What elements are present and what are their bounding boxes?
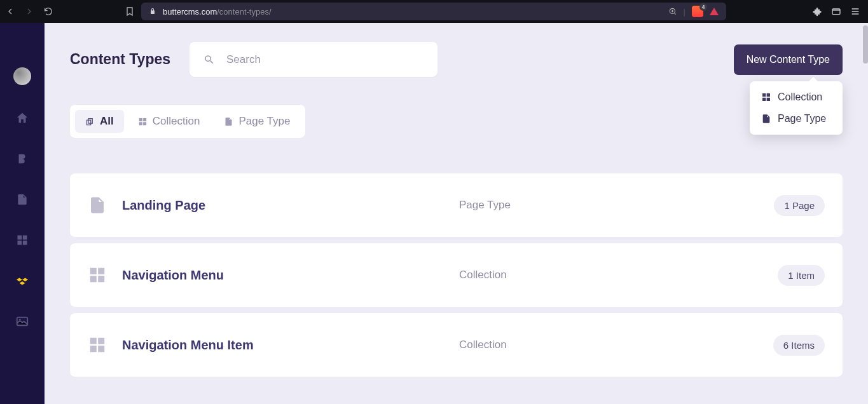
- item-badge: 1 Page: [774, 195, 825, 216]
- menu-icon[interactable]: [850, 6, 860, 17]
- nav-pages-icon[interactable]: [15, 192, 30, 207]
- item-kind: Collection: [459, 269, 778, 281]
- filter-tab-all[interactable]: All: [75, 110, 124, 133]
- item-title: Landing Page: [122, 198, 459, 213]
- nav-blog-icon[interactable]: [15, 151, 30, 166]
- filter-label: Page Type: [238, 115, 290, 128]
- new-content-type-button[interactable]: New Content Type: [734, 44, 843, 75]
- nav-content-types-icon[interactable]: [15, 273, 30, 288]
- filter-tab-collection[interactable]: Collection: [128, 110, 210, 133]
- app-root: Content Types New Content Type Collectio…: [0, 23, 868, 404]
- browser-chrome: buttercms.com/content-types/ | 4: [0, 0, 868, 23]
- back-icon[interactable]: [5, 6, 15, 17]
- item-kind: Collection: [459, 339, 773, 351]
- forward-icon[interactable]: [24, 6, 34, 17]
- zoom-icon[interactable]: [668, 7, 677, 16]
- search-icon: [203, 54, 215, 65]
- page-icon: [88, 196, 107, 215]
- scrollbar[interactable]: [863, 23, 868, 404]
- svg-point-3: [19, 319, 21, 321]
- dropdown-item-collection[interactable]: Collection: [750, 86, 843, 108]
- dropdown-label: Page Type: [778, 113, 826, 125]
- url-path: /content-types/: [217, 7, 271, 17]
- shield-count: 4: [699, 3, 707, 11]
- content-types-list: Landing Page Page Type 1 Page Navigation…: [70, 173, 843, 377]
- url-bar[interactable]: buttercms.com/content-types/ | 4: [141, 3, 726, 20]
- sidebar: [0, 23, 45, 404]
- avatar[interactable]: [13, 67, 31, 85]
- wallet-icon[interactable]: [831, 6, 841, 17]
- shield-icon[interactable]: 4: [692, 6, 703, 17]
- lock-icon: [149, 8, 156, 15]
- list-item[interactable]: Landing Page Page Type 1 Page: [70, 173, 843, 237]
- list-item[interactable]: Navigation Menu Item Collection 6 Items: [70, 313, 843, 377]
- nav-media-icon[interactable]: [15, 314, 30, 329]
- page-icon: [761, 114, 771, 124]
- page-icon: [224, 117, 233, 126]
- item-title: Navigation Menu Item: [122, 338, 459, 353]
- page-title: Content Types: [70, 51, 170, 68]
- extensions-icon[interactable]: [812, 6, 822, 17]
- svg-rect-1: [832, 9, 840, 15]
- grid-icon: [88, 335, 107, 354]
- main-content: Content Types New Content Type Collectio…: [45, 23, 868, 404]
- search-input[interactable]: [226, 53, 424, 66]
- nav-home-icon[interactable]: [15, 111, 30, 126]
- item-badge: 6 Items: [773, 335, 825, 356]
- grid-icon: [761, 92, 771, 102]
- scroll-thumb[interactable]: [863, 25, 868, 64]
- list-item[interactable]: Navigation Menu Collection 1 Item: [70, 243, 843, 307]
- filter-label: Collection: [153, 115, 200, 128]
- copy-icon: [85, 117, 95, 126]
- filter-label: All: [100, 115, 114, 128]
- brave-icon[interactable]: [710, 8, 719, 15]
- url-domain: buttercms.com: [163, 7, 217, 17]
- new-dropdown: Collection Page Type: [750, 81, 843, 135]
- filter-tab-page-type[interactable]: Page Type: [214, 110, 300, 133]
- reload-icon[interactable]: [43, 6, 53, 17]
- grid-icon: [88, 266, 107, 285]
- item-kind: Page Type: [459, 199, 774, 212]
- dropdown-label: Collection: [778, 91, 822, 103]
- filter-tabs: All Collection Page Type: [70, 105, 305, 138]
- dropdown-item-page-type[interactable]: Page Type: [750, 108, 843, 130]
- item-title: Navigation Menu: [122, 268, 459, 283]
- search-box[interactable]: [189, 42, 437, 77]
- nav-collections-icon[interactable]: [15, 232, 30, 248]
- grid-icon: [138, 117, 148, 126]
- header-row: Content Types New Content Type: [70, 42, 843, 77]
- item-badge: 1 Item: [778, 265, 825, 286]
- bookmark-icon[interactable]: [125, 6, 135, 17]
